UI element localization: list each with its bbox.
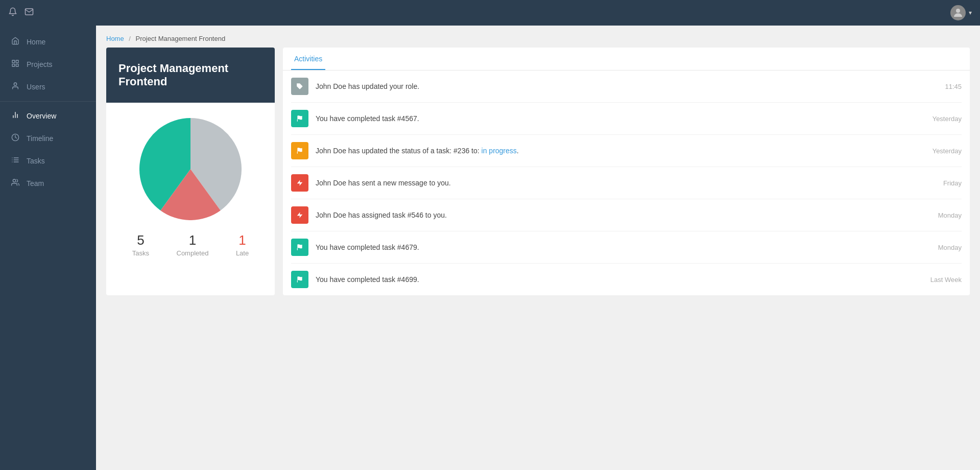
topbar-icons xyxy=(8,7,34,19)
activity-time-5: Monday xyxy=(921,244,962,251)
activity-row: John Doe has updated the status of a tas… xyxy=(291,135,962,167)
activity-time-2: Yesterday xyxy=(921,147,962,155)
project-card: Project Management Frontend xyxy=(106,48,275,295)
project-card-body: 5 Tasks 1 Completed 1 Late xyxy=(106,103,275,271)
sidebar: Home Projects Users Overview Timeline xyxy=(0,26,96,470)
stat-late-value: 1 xyxy=(236,232,249,248)
stat-tasks-label: Tasks xyxy=(132,249,149,257)
activity-icon-0 xyxy=(291,78,308,95)
activity-icon-2 xyxy=(291,142,308,159)
sidebar-item-overview-label: Overview xyxy=(27,112,56,120)
svg-marker-21 xyxy=(297,212,303,218)
activity-time-6: Last Week xyxy=(921,276,962,284)
activity-text-6: You have completed task #4699. xyxy=(316,275,914,284)
tasks-icon xyxy=(10,156,20,166)
activity-text-3: John Doe has sent a new message to you. xyxy=(316,179,914,187)
breadcrumb-separator: / xyxy=(129,35,131,42)
topbar: ▾ xyxy=(0,0,980,26)
activity-text-2: John Doe has updated the status of a tas… xyxy=(316,147,914,155)
envelope-icon[interactable] xyxy=(25,7,34,19)
stats-row: 5 Tasks 1 Completed 1 Late xyxy=(118,232,262,257)
sidebar-item-users-label: Users xyxy=(27,83,45,91)
activity-text-4: John Doe has assigned task #546 to you. xyxy=(316,211,914,219)
svg-marker-20 xyxy=(297,180,303,186)
sidebar-divider xyxy=(0,101,96,102)
users-icon xyxy=(10,82,20,92)
sidebar-item-home[interactable]: Home xyxy=(0,31,96,53)
activity-icon-3 xyxy=(291,174,308,192)
activity-icon-6 xyxy=(291,271,308,288)
tab-activities[interactable]: Activities xyxy=(291,48,325,70)
sidebar-item-team[interactable]: Team xyxy=(0,172,96,195)
avatar xyxy=(950,5,966,20)
activity-text-5: You have completed task #4679. xyxy=(316,243,914,251)
activity-time-3: Friday xyxy=(921,179,962,187)
sidebar-item-projects[interactable]: Projects xyxy=(0,53,96,76)
project-card-title: Project Management Frontend xyxy=(106,48,275,103)
stat-tasks-value: 5 xyxy=(132,232,149,248)
stat-tasks: 5 Tasks xyxy=(132,232,149,257)
activity-icon-4 xyxy=(291,206,308,224)
user-dropdown-arrow[interactable]: ▾ xyxy=(969,9,972,16)
sidebar-item-projects-label: Projects xyxy=(27,60,53,68)
home-icon xyxy=(10,37,20,47)
activity-row: John Doe has sent a new message to you. … xyxy=(291,167,962,199)
sidebar-item-home-label: Home xyxy=(27,38,45,46)
activities-tabs: Activities xyxy=(283,48,970,70)
team-icon xyxy=(10,178,20,189)
activity-row: You have completed task #4679. Monday xyxy=(291,231,962,264)
breadcrumb-current: Project Management Frontend xyxy=(136,35,226,42)
content-area: Project Management Frontend xyxy=(96,48,980,306)
activity-time-1: Yesterday xyxy=(921,115,962,123)
activity-row: John Doe has assigned task #546 to you. … xyxy=(291,199,962,231)
activity-text-0: John Doe has updated your role. xyxy=(316,82,914,90)
breadcrumb-home[interactable]: Home xyxy=(106,35,124,42)
stat-late: 1 Late xyxy=(236,232,249,257)
activities-list: John Doe has updated your role. 11:45 Yo… xyxy=(283,70,970,295)
sidebar-item-timeline[interactable]: Timeline xyxy=(0,127,96,150)
svg-point-0 xyxy=(956,9,960,13)
svg-rect-4 xyxy=(12,64,15,66)
activity-row: You have completed task #4567. Yesterday xyxy=(291,103,962,135)
svg-rect-1 xyxy=(12,60,15,63)
sidebar-item-tasks-label: Tasks xyxy=(27,157,45,165)
activity-row: You have completed task #4699. Last Week xyxy=(291,264,962,295)
stat-completed-value: 1 xyxy=(177,232,209,248)
activity-time-0: 11:45 xyxy=(921,83,962,90)
stat-completed-label: Completed xyxy=(177,249,209,257)
sidebar-item-timeline-label: Timeline xyxy=(27,134,53,143)
stat-late-label: Late xyxy=(236,249,249,257)
stat-completed: 1 Completed xyxy=(177,232,209,257)
user-menu[interactable]: ▾ xyxy=(950,5,972,20)
svg-point-5 xyxy=(14,83,16,85)
layout: Home Projects Users Overview Timeline xyxy=(0,26,980,470)
svg-point-16 xyxy=(13,179,15,182)
activity-text-1: You have completed task #4567. xyxy=(316,114,914,123)
activity-time-4: Monday xyxy=(921,212,962,219)
pie-chart-container xyxy=(118,118,262,220)
projects-icon xyxy=(10,59,20,69)
activity-icon-5 xyxy=(291,239,308,256)
sidebar-item-team-label: Team xyxy=(27,179,44,187)
sidebar-item-tasks[interactable]: Tasks xyxy=(0,150,96,172)
sidebar-item-users[interactable]: Users xyxy=(0,76,96,98)
activities-panel: Activities John Doe has updated your rol… xyxy=(283,48,970,295)
pie-chart xyxy=(139,118,242,220)
bell-icon[interactable] xyxy=(8,7,17,19)
activity-icon-1 xyxy=(291,110,308,127)
timeline-icon xyxy=(10,133,20,144)
sidebar-item-overview[interactable]: Overview xyxy=(0,105,96,127)
overview-icon xyxy=(10,111,20,121)
svg-rect-3 xyxy=(16,64,18,66)
main-content: Home / Project Management Frontend Proje… xyxy=(96,26,980,470)
svg-rect-2 xyxy=(16,60,18,63)
breadcrumb: Home / Project Management Frontend xyxy=(96,26,980,48)
activity-row: John Doe has updated your role. 11:45 xyxy=(291,70,962,103)
